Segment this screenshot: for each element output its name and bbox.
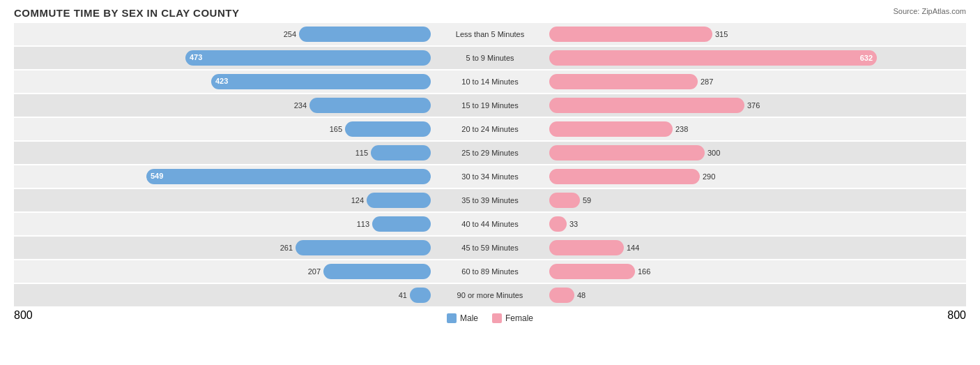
male-value: 165 [330, 125, 342, 133]
female-value: 315 [715, 30, 728, 38]
female-side: 33 [549, 213, 966, 235]
female-bar-wrap: 144 [549, 240, 964, 255]
female-bar [549, 74, 698, 89]
female-side: 290 [549, 165, 966, 188]
male-bar [309, 98, 431, 113]
row-label: 20 to 24 Minutes [431, 125, 549, 133]
table-row: 261 45 to 59 Minutes 144 [14, 237, 966, 259]
legend-male-box [447, 313, 457, 323]
chart-container: COMMUTE TIME BY SEX IN CLAY COUNTY Sourc… [0, 0, 980, 365]
female-bar-wrap: 59 [549, 193, 964, 208]
female-side: 315 [549, 23, 966, 45]
female-value: 59 [583, 196, 591, 204]
male-bar-wrap: 254 [16, 27, 431, 42]
row-label: 35 to 39 Minutes [431, 196, 549, 204]
male-bar: 423 [211, 74, 431, 89]
male-bar-wrap: 124 [16, 193, 431, 208]
table-row: 41 90 or more Minutes 48 [14, 284, 966, 306]
row-label: 40 to 44 Minutes [431, 220, 549, 228]
male-side: 254 [14, 23, 431, 45]
female-value: 287 [700, 77, 713, 86]
male-value: 423 [211, 77, 232, 85]
axis-left: 800 [14, 309, 33, 323]
male-side: 41 [14, 284, 431, 306]
female-bar [549, 264, 635, 279]
row-label: 25 to 29 Minutes [431, 149, 549, 157]
male-bar: 473 [185, 50, 431, 66]
male-value: 261 [280, 244, 293, 252]
male-bar-wrap: 165 [16, 121, 431, 137]
female-bar-wrap: 33 [549, 216, 964, 232]
female-side: 300 [549, 142, 966, 164]
female-bar [549, 98, 744, 113]
female-value: 33 [569, 220, 578, 228]
row-label: 45 to 59 Minutes [431, 244, 549, 252]
male-bar [345, 121, 431, 137]
table-row: 234 15 to 19 Minutes 376 [14, 94, 966, 117]
male-value: 549 [146, 172, 167, 180]
male-bar-wrap: 41 [16, 288, 431, 303]
female-value: 144 [627, 244, 639, 252]
female-bar [549, 193, 580, 208]
male-side: 115 [14, 142, 431, 164]
male-value: 254 [284, 30, 296, 38]
male-bar [296, 240, 431, 255]
female-value: 300 [707, 149, 720, 157]
female-bar-wrap: 300 [549, 145, 964, 161]
row-label: Less than 5 Minutes [431, 30, 549, 38]
legend-male-label: Male [460, 313, 478, 323]
male-side: 423 [14, 70, 431, 93]
male-bar [372, 216, 431, 232]
male-value: 234 [294, 101, 307, 110]
female-value: 166 [638, 267, 650, 276]
female-bar-wrap: 166 [549, 264, 964, 279]
legend-female: Female [492, 313, 533, 323]
male-bar-wrap: 207 [16, 264, 431, 279]
male-side: 207 [14, 260, 431, 283]
female-bar-wrap: 315 [549, 27, 964, 42]
male-side: 473 [14, 47, 431, 69]
female-side: 238 [549, 118, 966, 140]
male-bar-wrap: 115 [16, 145, 431, 161]
female-bar [549, 169, 700, 184]
male-side: 113 [14, 213, 431, 235]
female-side: 166 [549, 260, 966, 283]
table-row: 549 30 to 34 Minutes 290 [14, 165, 966, 188]
axis-row: 800 Male Female 800 [14, 308, 966, 325]
table-row: 473 5 to 9 Minutes 632 [14, 47, 966, 69]
row-label: 10 to 14 Minutes [431, 77, 549, 86]
legend-female-label: Female [505, 313, 533, 323]
female-side: 376 [549, 94, 966, 117]
female-value: 632 [856, 54, 877, 62]
female-bar-wrap: 632 [549, 50, 964, 66]
female-bar-wrap: 376 [549, 98, 964, 113]
row-label: 60 to 89 Minutes [431, 267, 549, 276]
female-bar-wrap: 290 [549, 169, 964, 184]
source-label: Source: ZipAtlas.com [893, 7, 966, 15]
table-row: 115 25 to 29 Minutes 300 [14, 142, 966, 164]
male-bar-wrap: 113 [16, 216, 431, 232]
row-label: 30 to 34 Minutes [431, 172, 549, 181]
chart-title: COMMUTE TIME BY SEX IN CLAY COUNTY [14, 7, 966, 19]
male-bar [371, 145, 431, 161]
male-value: 124 [351, 196, 364, 204]
row-label: 5 to 9 Minutes [431, 54, 549, 62]
male-bar-wrap: 549 [16, 169, 431, 184]
male-bar [367, 193, 431, 208]
male-value: 115 [355, 149, 368, 157]
female-bar: 632 [549, 50, 877, 66]
row-label: 90 or more Minutes [431, 291, 549, 299]
table-row: 423 10 to 14 Minutes 287 [14, 70, 966, 93]
table-row: 207 60 to 89 Minutes 166 [14, 260, 966, 283]
male-side: 165 [14, 118, 431, 140]
female-bar [549, 121, 673, 137]
female-bar-wrap: 238 [549, 121, 964, 137]
female-value: 48 [577, 291, 585, 299]
male-bar [299, 27, 431, 42]
chart-rows: 254 Less than 5 Minutes 315 473 5 to 9 M… [14, 23, 966, 306]
male-bar-wrap: 473 [16, 50, 431, 66]
male-bar-wrap: 234 [16, 98, 431, 113]
male-value: 207 [308, 267, 321, 276]
legend-female-box [492, 313, 502, 323]
female-side: 144 [549, 237, 966, 259]
